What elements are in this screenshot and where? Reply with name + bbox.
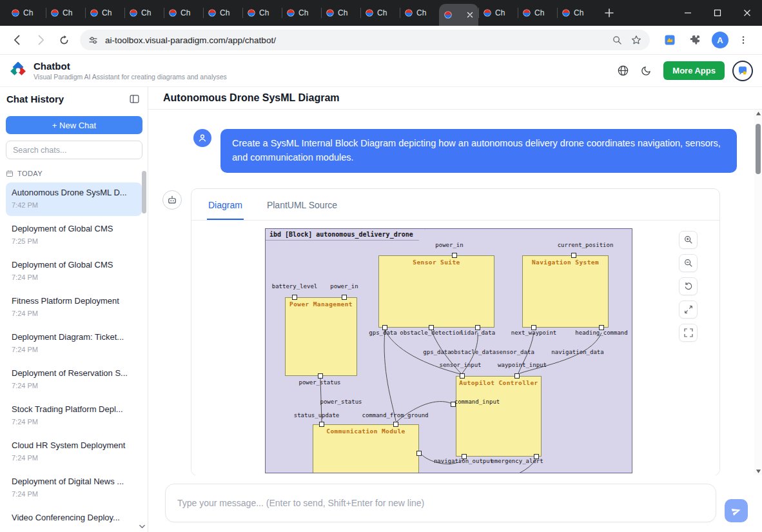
browser-tab[interactable]: Ch [242,0,282,26]
tab-title: Ch [574,8,591,17]
tabs-container: Ch Ch Ch Ch Ch Ch Ch Ch Ch Ch Ch Ch Ch C… [6,0,618,26]
chat-title: Fitness Platform Deployment [12,296,136,306]
chat-list-item[interactable]: Cloud HR System Deployment7:24 PM [6,435,142,469]
chat-list-item[interactable]: Deployment of Digital News ...7:24 PM [6,471,142,505]
page-title: Autonomous Drone SysML Diagram [148,87,762,110]
browser-tab[interactable]: Ch [518,0,557,26]
connector-label: power_status [320,399,362,405]
sidebar-scroll-down-icon[interactable] [139,523,146,530]
block-title: Power Management [286,300,357,308]
reload-button[interactable] [53,29,75,51]
address-bar[interactable]: ai-toolbox.visual-paradigm.com/app/chatb… [80,30,650,50]
password-manager-extension-icon[interactable] [660,30,679,50]
port-label: current_position [558,242,614,248]
tab-diagram[interactable]: Diagram [207,191,244,220]
tab-title: Ch [102,8,119,17]
scroll-down-icon[interactable] [754,469,762,474]
scroll-up-icon[interactable] [754,111,762,116]
site-favicon-icon [169,9,177,17]
port-label: sensor_input [439,362,481,368]
fit-to-screen-button[interactable] [679,300,698,319]
minimize-button[interactable] [673,0,703,26]
site-favicon-icon [130,9,137,17]
browser-tab[interactable]: Ch [321,0,360,26]
profile-avatar[interactable]: A [712,32,728,48]
chat-list-item[interactable]: Deployment of Reservation S...7:24 PM [6,363,142,397]
tab-title: Ch [534,8,552,17]
maximize-button[interactable] [703,0,732,26]
browser-tab[interactable]: Ch [557,0,596,26]
fullscreen-button[interactable] [679,324,698,342]
back-button[interactable] [6,29,28,51]
diagram-port [318,373,323,379]
tab-title: Ch [495,8,513,17]
tab-close-icon[interactable] [467,12,473,18]
chat-title: Cloud HR System Deployment [12,440,136,450]
window-controls [673,0,762,26]
block-sensor-suite: Sensor Suite [378,255,494,328]
tab-title: Ch [298,8,316,17]
chat-list-item[interactable]: Deployment of Global CMS7:25 PM [6,219,142,252]
chat-list-item[interactable]: Deployment Diagram: Ticket...7:24 PM [6,327,142,360]
chat-title: Deployment of Reservation S... [12,368,136,378]
extensions-puzzle-icon[interactable] [685,30,704,50]
diagram-canvas[interactable]: ibd [Block] autonomous_delivery_drone [191,221,719,476]
browser-tab[interactable]: Ch [164,0,203,26]
port-label: command_from_ground [362,412,429,419]
zoom-search-icon[interactable] [612,35,623,46]
new-tab-button[interactable] [600,4,618,22]
language-globe-icon[interactable] [613,61,632,81]
diagram-port [416,451,422,456]
chat-list-item[interactable]: Video Conferencing Deploy... [6,507,142,532]
chat-title: Deployment of Global CMS [12,260,136,270]
main-scrollbar[interactable] [754,110,762,475]
diagram-result-card: Diagram PlantUML Source ibd [Block] auto… [191,188,720,476]
bookmark-star-icon[interactable] [630,34,642,46]
chat-list-item[interactable]: Autonomous Drone SysML D...7:42 PM [6,182,142,216]
chat-list-item[interactable]: Deployment of Global CMS7:24 PM [6,255,142,288]
chat-title: Stock Trading Platform Depl... [12,404,136,414]
send-button[interactable] [725,499,748,522]
browser-tab[interactable]: Ch [282,0,321,26]
more-apps-button[interactable]: More Apps [663,61,725,80]
browser-tab[interactable]: Ch [400,0,439,26]
sidebar-scrollbar-thumb[interactable] [142,171,146,213]
chat-scroll-area[interactable]: Create a SysML Internal Block Diagram de… [148,110,762,475]
chat-list-item[interactable]: Stock Trading Platform Depl...7:24 PM [6,399,142,433]
sidebar-collapse-icon[interactable] [129,94,140,104]
block-title: Sensor Suite [379,259,494,266]
dark-mode-moon-icon[interactable] [636,61,656,81]
tab-plantuml-source[interactable]: PlantUML Source [266,191,338,220]
browser-menu-kebab-icon[interactable] [734,30,753,50]
user-message-row: Create a SysML Internal Block Diagram de… [193,129,762,173]
reset-view-button[interactable] [679,277,698,295]
tab-title: Ch [338,8,355,17]
tab-title: Ch [416,8,434,17]
app-body: Chat History + New Chat TODAY Autonomous… [0,87,762,532]
assistant-badge-icon[interactable] [732,61,753,81]
search-chats-input[interactable] [6,141,142,159]
new-chat-button[interactable]: + New Chat [6,116,142,134]
browser-tab[interactable]: Ch [360,0,400,26]
browser-tab[interactable]: Ch [6,0,46,26]
section-label: TODAY [17,170,43,177]
zoom-out-button[interactable] [679,254,698,272]
sidebar-title: Chat History [6,94,64,104]
scrollbar-thumb[interactable] [756,124,761,174]
browser-tab-active[interactable]: Ch [439,4,478,26]
forward-button[interactable] [30,29,52,51]
browser-tab[interactable]: Ch [85,0,124,26]
zoom-in-button[interactable] [679,231,698,249]
url-text[interactable]: ai-toolbox.visual-paradigm.com/app/chatb… [105,35,604,45]
browser-tab[interactable]: Ch [478,0,518,26]
site-info-icon[interactable] [88,35,99,46]
block-autopilot-controller: Autopilot Controller [456,376,542,457]
browser-tab[interactable]: Ch [46,0,85,26]
block-communication-module: Communication Module [313,424,419,473]
browser-tab[interactable]: Ch [203,0,242,26]
chat-list-item[interactable]: Fitness Platform Deployment7:24 PM [6,291,142,324]
browser-tab[interactable]: Ch [124,0,164,26]
close-button[interactable] [732,0,762,26]
tab-strip: Ch Ch Ch Ch Ch Ch Ch Ch Ch Ch Ch Ch Ch C… [0,0,762,26]
message-input[interactable] [165,484,716,522]
